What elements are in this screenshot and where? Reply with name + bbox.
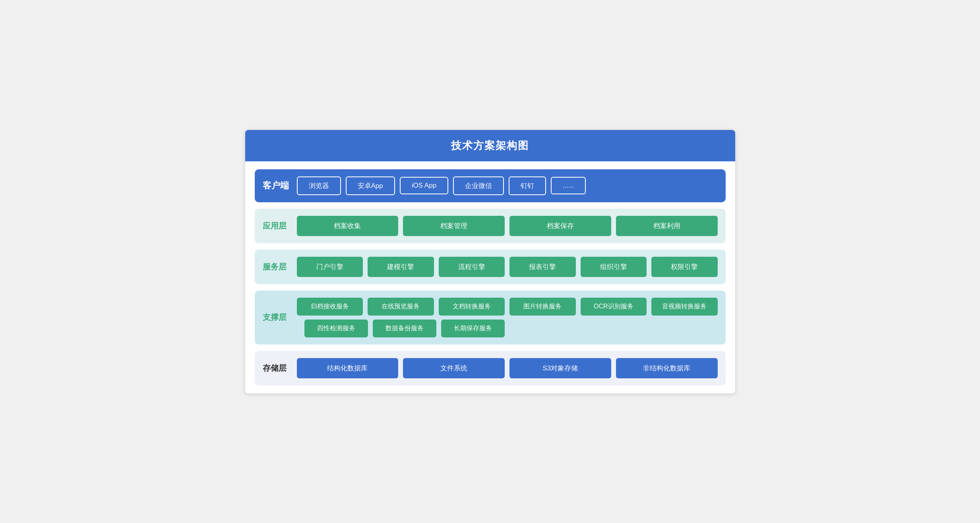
storage-label: 存储层 xyxy=(263,363,291,374)
layer-storage: 存储层 结构化数据库 文件系统 S3对象存储 非结构化数据库 xyxy=(255,351,726,385)
sup-imgconv: 图片转换服务 xyxy=(509,298,576,316)
support-row2: 四性检测服务 数据备份服务 长期保存服务 xyxy=(297,320,718,337)
application-content: 档案收集 档案管理 档案保存 档案利用 xyxy=(297,216,718,236)
service-label: 服务层 xyxy=(263,262,291,272)
sup-archive: 归档接收服务 xyxy=(297,298,363,316)
service-content: 门户引擎 建模引擎 流程引擎 报表引擎 组织引擎 权限引擎 xyxy=(297,257,718,277)
sup-ocr: OCR识别服务 xyxy=(581,298,647,316)
stor-struct: 结构化数据库 xyxy=(297,358,399,378)
sup-docconv: 文档转换服务 xyxy=(439,298,505,316)
diagram-header: 技术方案架构图 xyxy=(245,130,735,161)
client-android: 安卓App xyxy=(346,176,395,195)
app-use: 档案利用 xyxy=(616,216,718,236)
storage-content: 结构化数据库 文件系统 S3对象存储 非结构化数据库 xyxy=(297,358,718,378)
stor-s3: S3对象存储 xyxy=(509,358,611,378)
layer-client: 客户端 浏览器 安卓App iOS App 企业微信 钉钉 ...... xyxy=(255,169,726,202)
sup-preview: 在线预览服务 xyxy=(368,298,434,316)
sup-backup: 数据备份服务 xyxy=(373,320,436,337)
client-content: 浏览器 安卓App iOS App 企业微信 钉钉 ...... xyxy=(297,176,718,195)
client-wechat: 企业微信 xyxy=(453,176,504,195)
support-row1: 归档接收服务 在线预览服务 文档转换服务 图片转换服务 OCR识别服务 音视频转… xyxy=(297,298,718,316)
sup-longterm: 长期保存服务 xyxy=(441,320,505,337)
diagram-container: 技术方案架构图 客户端 浏览器 安卓App iOS App 企业微信 钉钉 ..… xyxy=(245,130,735,393)
svc-model: 建模引擎 xyxy=(368,257,434,277)
client-label: 客户端 xyxy=(263,180,291,192)
svc-flow: 流程引擎 xyxy=(439,257,505,277)
application-label: 应用层 xyxy=(263,221,291,231)
app-store: 档案保存 xyxy=(509,216,611,236)
svc-org: 组织引擎 xyxy=(581,257,647,277)
support-label: 支撑层 xyxy=(263,312,291,323)
svc-portal: 门户引擎 xyxy=(297,257,363,277)
sup-avconv: 音视频转换服务 xyxy=(651,298,718,316)
client-more: ...... xyxy=(551,177,586,194)
layer-service: 服务层 门户引擎 建模引擎 流程引擎 报表引擎 组织引擎 权限引擎 xyxy=(255,250,726,284)
client-browser: 浏览器 xyxy=(297,176,341,195)
stor-unstruct: 非结构化数据库 xyxy=(616,358,718,378)
support-content: 归档接收服务 在线预览服务 文档转换服务 图片转换服务 OCR识别服务 音视频转… xyxy=(297,298,718,337)
client-ios: iOS App xyxy=(400,177,448,194)
sup-detect: 四性检测服务 xyxy=(304,320,368,337)
svc-report: 报表引擎 xyxy=(509,257,576,277)
layer-support: 支撑层 归档接收服务 在线预览服务 文档转换服务 图片转换服务 OCR识别服务 … xyxy=(255,291,726,345)
client-dingding: 钉钉 xyxy=(509,176,546,195)
svc-perm: 权限引擎 xyxy=(651,257,718,277)
diagram-title: 技术方案架构图 xyxy=(451,139,529,151)
stor-fs: 文件系统 xyxy=(403,358,505,378)
app-collect: 档案收集 xyxy=(297,216,399,236)
app-manage: 档案管理 xyxy=(403,216,505,236)
diagram-body: 客户端 浏览器 安卓App iOS App 企业微信 钉钉 ...... 应用层… xyxy=(245,161,735,393)
layer-application: 应用层 档案收集 档案管理 档案保存 档案利用 xyxy=(255,209,726,243)
